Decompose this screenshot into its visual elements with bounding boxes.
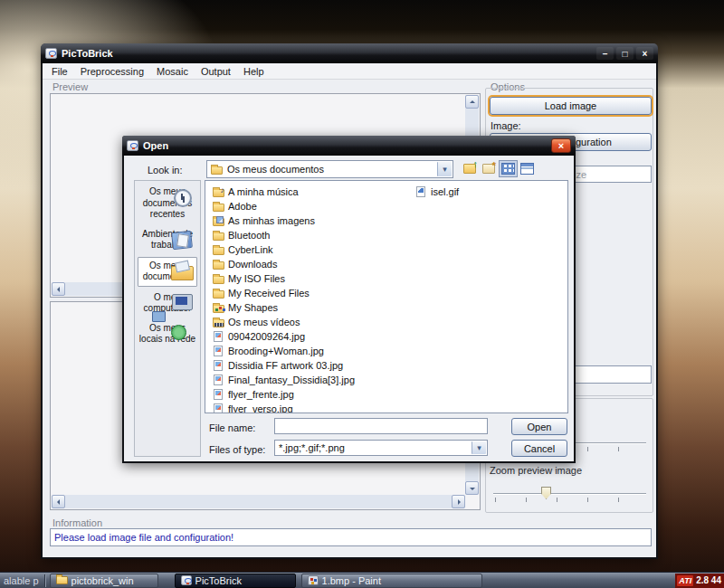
folder-icon (56, 576, 68, 584)
cancel-button[interactable]: Cancel (511, 440, 567, 457)
preview-group-label: Preview (52, 81, 88, 92)
scroll-left-icon[interactable] (52, 495, 65, 508)
file-list-item[interactable]: Final_fantasy_Dissidia[3].jpg (213, 373, 355, 387)
sidebar-item-my-documents[interactable]: Os meus documentos (138, 257, 197, 287)
file-icon (416, 186, 425, 197)
file-icon (214, 403, 223, 413)
file-list-column-1: A minha música Adobe As minhas imagens (213, 185, 355, 413)
file-icon (213, 189, 224, 197)
file-icon (214, 389, 223, 400)
task-button-pictobrick[interactable]: PicToBrick (175, 574, 296, 588)
information-box: Please load image file and configuration… (50, 528, 652, 546)
file-icon (213, 204, 224, 212)
file-list-item[interactable]: Bluetooth (213, 228, 355, 242)
file-list-item[interactable]: Downloads (213, 257, 355, 271)
zoom-preview-label: Zoom preview image (490, 465, 582, 476)
places-sidebar: Os meus documentos recentes Ambiente de … (134, 180, 201, 457)
file-icon (213, 305, 224, 313)
menu-item[interactable]: Preprocessing (74, 64, 150, 79)
close-button[interactable]: × (636, 47, 653, 60)
taskbar-overflow-text[interactable]: alable p (0, 575, 43, 586)
desktop-background: PicToBrick – □ × File Preprocessing Mosa… (0, 0, 724, 588)
file-name-input[interactable] (274, 418, 488, 434)
minimize-button[interactable]: – (596, 47, 614, 60)
zoom-preview-slider-track[interactable] (493, 493, 646, 495)
open-dialog-body: Look in: Os meus documentos ▾ Os meus do… (124, 156, 574, 461)
ati-logo: ATI (677, 575, 693, 586)
file-icon (213, 276, 224, 284)
menu-bar: File Preprocessing Mosaic Output Help (43, 63, 656, 80)
file-icon (213, 319, 224, 327)
taskbar: alable p pictobrick_win PicToBrick 1.bmp… (0, 572, 724, 588)
ati-value: 2.8 44 (696, 575, 721, 585)
file-list-item[interactable]: flyer_frente.jpg (213, 387, 355, 402)
open-dialog-titlebar[interactable]: Open × (122, 136, 576, 156)
file-list-item[interactable]: Os meus vídeos (213, 315, 355, 329)
app-icon (127, 140, 138, 151)
sidebar-item-recent-documents[interactable]: Os meus documentos recentes (138, 184, 197, 223)
file-list: A minha música Adobe As minhas imagens (205, 180, 568, 413)
task-button-pictobrick-win[interactable]: pictobrick_win (50, 574, 158, 588)
file-icon (213, 218, 224, 226)
file-list-item[interactable]: My Shapes (213, 300, 355, 315)
file-list-item[interactable]: flyer_verso.jpg (213, 402, 355, 413)
file-icon (213, 261, 224, 270)
file-list-item[interactable]: 09042009264.jpg (213, 329, 355, 344)
file-list-item[interactable]: CyberLink (213, 242, 355, 257)
file-icon (214, 346, 223, 356)
up-one-level-icon[interactable] (463, 164, 476, 174)
sidebar-item-my-computer[interactable]: O meu computador (138, 289, 197, 318)
information-group-label: Information (52, 517, 102, 528)
file-list-item[interactable]: Brooding+Woman.jpg (213, 344, 355, 358)
menu-item[interactable]: Help (237, 64, 271, 79)
file-list-item[interactable]: My Received Files (213, 286, 355, 300)
app-icon (45, 48, 57, 59)
window-title: PicToBrick (62, 48, 113, 59)
ati-tray-overlay: ATI 2.8 44 (675, 574, 724, 588)
load-image-button[interactable]: Load image (490, 97, 652, 115)
scroll-right-icon[interactable] (452, 495, 465, 508)
file-list-item[interactable]: Dissidia FF artwork 03.jpg (213, 358, 355, 373)
file-icon (213, 247, 224, 255)
taskbar-separator (44, 574, 46, 587)
chevron-down-icon[interactable]: ▾ (437, 162, 452, 176)
file-list-item[interactable]: isel.gif (415, 185, 459, 199)
list-view-icon[interactable] (501, 163, 515, 175)
task-button-paint[interactable]: 1.bmp - Paint (301, 574, 482, 588)
chevron-down-icon[interactable]: ▾ (472, 441, 486, 454)
file-list-item[interactable]: My ISO Files (213, 271, 355, 286)
menu-item[interactable]: Mosaic (150, 64, 195, 79)
menu-item[interactable]: Output (195, 64, 237, 79)
dialog-title: Open (143, 140, 168, 151)
file-icon (214, 360, 223, 371)
menu-item[interactable]: File (45, 64, 74, 79)
file-icon (213, 232, 224, 241)
file-list-column-2: isel.gif (415, 185, 459, 199)
open-dialog: Open × Look in: Os meus documentos ▾ Os … (122, 136, 576, 463)
scroll-left-icon[interactable] (52, 282, 65, 296)
pictobrick-titlebar[interactable]: PicToBrick – □ × (41, 43, 658, 63)
file-name-label: File name: (209, 422, 255, 433)
look-in-combobox[interactable]: Os meus documentos ▾ (206, 160, 453, 178)
scroll-up-icon[interactable] (465, 95, 479, 109)
sidebar-item-desktop[interactable]: Ambiente de trabalho (138, 226, 197, 254)
new-folder-icon[interactable] (482, 164, 495, 174)
file-icon (214, 331, 223, 342)
files-of-type-combobox[interactable]: *.jpg;*.gif;*.png ▾ (274, 440, 488, 456)
sidebar-item-network-places[interactable]: Os meus locais na rede (138, 320, 197, 348)
paint-icon (308, 575, 319, 585)
file-list-item[interactable]: As minhas imagens (213, 213, 355, 228)
zoom-preview-slider-ticks (495, 498, 646, 502)
image-label: Image: (491, 120, 521, 131)
folder-icon (211, 166, 223, 175)
file-list-item[interactable]: A minha música (213, 185, 355, 199)
java-app-icon (181, 575, 192, 585)
open-button[interactable]: Open (511, 418, 567, 435)
details-view-icon[interactable] (520, 163, 534, 175)
look-in-label: Look in: (148, 165, 183, 175)
horizontal-scrollbar[interactable] (52, 495, 465, 508)
close-icon[interactable]: × (551, 138, 571, 153)
file-list-item[interactable]: Adobe (213, 199, 355, 213)
maximize-button[interactable]: □ (616, 47, 634, 60)
scroll-down-icon[interactable] (465, 481, 479, 495)
